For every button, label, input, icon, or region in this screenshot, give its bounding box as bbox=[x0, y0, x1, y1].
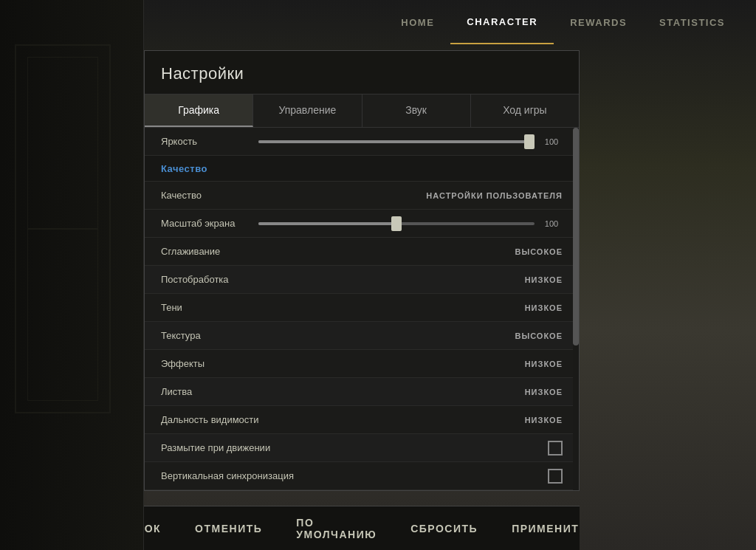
quality-label: Качество bbox=[161, 190, 426, 201]
brightness-value: 100 bbox=[540, 137, 563, 146]
nav-item-statistics[interactable]: STATISTICS bbox=[643, 0, 741, 44]
cancel-button[interactable]: ОТМЕНИТЬ bbox=[189, 520, 268, 537]
door-decoration bbox=[15, 44, 111, 413]
default-button[interactable]: ПО УМОЛЧАНИЮ bbox=[290, 514, 382, 543]
motion-blur-label: Размытие при движении bbox=[161, 442, 548, 453]
screen-scale-slider[interactable]: 100 bbox=[258, 219, 563, 228]
quality-value[interactable]: НАСТРОЙКИ ПОЛЬЗОВАТЕЛЯ bbox=[426, 191, 563, 200]
top-navigation: HOME CHARACTER REWARDS STATISTICS bbox=[0, 0, 756, 44]
ok-button[interactable]: ОК bbox=[139, 520, 167, 537]
tab-sound[interactable]: Звук bbox=[362, 94, 471, 127]
screen-scale-row: Масштаб экрана 100 bbox=[145, 210, 579, 238]
screen-scale-label: Масштаб экрана bbox=[161, 218, 250, 229]
settings-body: Яркость 100 Качество Качество НАСТРОЙКИ … bbox=[145, 128, 579, 490]
view-distance-label: Дальность видимости bbox=[161, 414, 525, 425]
effects-label: Эффекты bbox=[161, 358, 525, 369]
setting-row-shadows: Тени НИЗКОЕ bbox=[145, 294, 579, 322]
setting-row-quality: Качество НАСТРОЙКИ ПОЛЬЗОВАТЕЛЯ bbox=[145, 182, 579, 210]
setting-row-view-distance: Дальность видимости НИЗКОЕ bbox=[145, 406, 579, 434]
scrollbar[interactable] bbox=[573, 128, 579, 490]
screen-scale-thumb[interactable] bbox=[391, 216, 402, 231]
vsync-checkbox-container bbox=[548, 469, 563, 484]
settings-tabs: Графика Управление Звук Ход игры bbox=[145, 94, 579, 128]
scrollbar-thumb[interactable] bbox=[573, 128, 579, 346]
left-panel bbox=[0, 0, 144, 550]
quality-section-header: Качество bbox=[145, 156, 579, 182]
postprocessing-label: Постобработка bbox=[161, 274, 525, 285]
tab-graphics[interactable]: Графика bbox=[145, 94, 253, 127]
textures-label: Текстура bbox=[161, 330, 515, 341]
setting-row-textures: Текстура ВЫСОКОЕ bbox=[145, 322, 579, 350]
nav-item-rewards[interactable]: REWARDS bbox=[554, 0, 643, 44]
panel-title: Настройки bbox=[145, 51, 579, 94]
shadows-value[interactable]: НИЗКОЕ bbox=[525, 303, 563, 312]
nav-item-character[interactable]: CHARACTER bbox=[450, 0, 554, 44]
tab-gameplay[interactable]: Ход игры bbox=[471, 94, 579, 127]
antialiasing-value[interactable]: ВЫСОКОЕ bbox=[515, 247, 563, 256]
setting-row-foliage: Листва НИЗКОЕ bbox=[145, 378, 579, 406]
foliage-value[interactable]: НИЗКОЕ bbox=[525, 388, 563, 396]
foliage-label: Листва bbox=[161, 386, 525, 397]
effects-value[interactable]: НИЗКОЕ bbox=[525, 360, 563, 368]
antialiasing-label: Сглаживание bbox=[161, 246, 515, 257]
shadows-label: Тени bbox=[161, 302, 525, 313]
brightness-label: Яркость bbox=[161, 136, 250, 147]
setting-row-postprocessing: Постобработка НИЗКОЕ bbox=[145, 266, 579, 294]
textures-value[interactable]: ВЫСОКОЕ bbox=[515, 331, 563, 340]
screen-scale-fill bbox=[258, 222, 396, 225]
screen-scale-value: 100 bbox=[540, 219, 563, 228]
brightness-track[interactable] bbox=[258, 140, 535, 143]
screen-scale-track[interactable] bbox=[258, 222, 535, 225]
brightness-fill bbox=[258, 140, 535, 143]
apply-button[interactable]: ПРИМЕНИТ bbox=[506, 520, 585, 537]
bottom-bar: ОК ОТМЕНИТЬ ПО УМОЛЧАНИЮ СБРОСИТЬ ПРИМЕН… bbox=[144, 506, 580, 550]
postprocessing-value[interactable]: НИЗКОЕ bbox=[525, 275, 563, 284]
motion-blur-checkbox-container bbox=[548, 441, 563, 456]
brightness-thumb[interactable] bbox=[524, 134, 535, 149]
setting-row-vsync: Вертикальная синхронизация bbox=[145, 462, 579, 490]
nav-item-home[interactable]: HOME bbox=[385, 0, 450, 44]
setting-row-motion-blur: Размытие при движении bbox=[145, 434, 579, 462]
vsync-checkbox[interactable] bbox=[548, 469, 563, 484]
reset-button[interactable]: СБРОСИТЬ bbox=[405, 520, 484, 537]
tab-controls[interactable]: Управление bbox=[253, 94, 362, 127]
brightness-row: Яркость 100 bbox=[145, 128, 579, 156]
brightness-slider[interactable]: 100 bbox=[258, 137, 563, 146]
view-distance-value[interactable]: НИЗКОЕ bbox=[525, 416, 563, 424]
quality-section-label: Качество bbox=[161, 163, 207, 174]
setting-row-effects: Эффекты НИЗКОЕ bbox=[145, 350, 579, 378]
setting-row-antialiasing: Сглаживание ВЫСОКОЕ bbox=[145, 238, 579, 266]
settings-panel: Настройки Графика Управление Звук Ход иг… bbox=[144, 50, 580, 491]
motion-blur-checkbox[interactable] bbox=[548, 441, 563, 456]
vsync-label: Вертикальная синхронизация bbox=[161, 470, 548, 481]
